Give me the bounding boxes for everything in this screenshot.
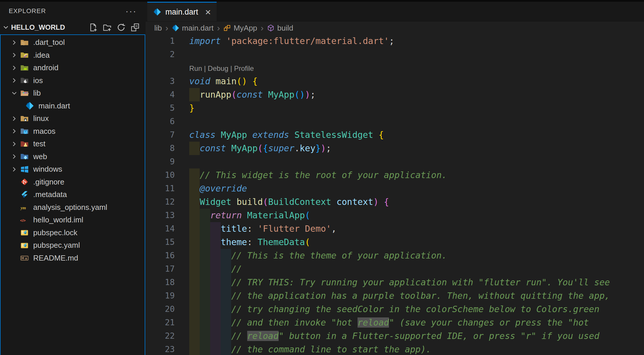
- tree-item-linux[interactable]: linux: [1, 112, 145, 125]
- code-line-8: 8const MyApp({super.key});: [146, 142, 644, 155]
- gutter-gap: [175, 142, 189, 155]
- tab-main-dart[interactable]: main.dart ×: [147, 2, 217, 21]
- indent-guide: [210, 236, 221, 249]
- line-content[interactable]: Run | Debug | Profile: [189, 61, 254, 75]
- tree-item-.dart_tool[interactable]: .dart_tool: [1, 36, 145, 49]
- indent-guide: [210, 316, 221, 329]
- project-section-header[interactable]: HELLO_WORLD: [0, 20, 146, 34]
- line-content[interactable]: // the command line to start the app).: [189, 343, 431, 355]
- chevron-spacer: [9, 202, 19, 212]
- code-editor[interactable]: 1import 'package:flutter/material.dart';…: [146, 34, 644, 355]
- tree-item-lib[interactable]: lib: [1, 87, 145, 100]
- line-content[interactable]: // and then invoke "hot reload" (save yo…: [189, 316, 589, 329]
- tree-item-android[interactable]: android: [1, 61, 145, 74]
- line-content[interactable]: runApp(const MyApp());: [189, 88, 315, 101]
- line-content[interactable]: // try changing the seedColor in the col…: [189, 303, 599, 316]
- line-content[interactable]: // the application has a purple toolbar.…: [189, 289, 610, 303]
- tree-item-label: linux: [33, 114, 49, 123]
- chevron-right-icon[interactable]: [9, 114, 19, 124]
- gutter-gap: [175, 61, 189, 75]
- token: [231, 197, 236, 207]
- tree-item-.idea[interactable]: .idea: [1, 49, 145, 62]
- dart-file-icon: [153, 8, 161, 16]
- chevron-right-icon[interactable]: [9, 139, 19, 149]
- tab-label: main.dart: [165, 8, 198, 17]
- indent-guide: [210, 303, 221, 316]
- tree-item-web[interactable]: web: [1, 150, 145, 163]
- tree-item-.gitignore[interactable]: .gitignore: [1, 176, 145, 189]
- collapse-all-icon[interactable]: [130, 23, 140, 32]
- chevron-right-icon[interactable]: [9, 50, 19, 60]
- gutter-gap: [175, 249, 189, 262]
- line-content[interactable]: // This is the theme of your application…: [189, 249, 447, 262]
- line-content[interactable]: @override: [189, 182, 247, 195]
- line-content[interactable]: // This widget is the root of your appli…: [189, 168, 447, 182]
- folder-test-icon: [19, 139, 30, 149]
- token: [331, 197, 337, 207]
- line-content[interactable]: title: 'Flutter Demo',: [189, 222, 337, 236]
- tree-item-main.dart[interactable]: main.dart: [1, 100, 145, 113]
- chevron-right-icon[interactable]: [9, 152, 19, 161]
- code-line-11: 11@override: [146, 182, 644, 195]
- refresh-icon[interactable]: [116, 23, 126, 32]
- token: MyApp: [231, 143, 257, 153]
- chevron-right-icon[interactable]: [9, 75, 19, 85]
- code-line-1: 1import 'package:flutter/material.dart';: [146, 34, 644, 48]
- line-number: 14: [146, 222, 175, 236]
- line-content[interactable]: //: [189, 262, 242, 276]
- tree-item-pubspec.lock[interactable]: pubspec.lock: [1, 226, 145, 239]
- gutter-gap: [175, 209, 189, 222]
- tree-item-label: web: [33, 152, 47, 161]
- token: (: [231, 89, 236, 100]
- gutter-gap: [175, 75, 189, 88]
- indent-guide: [189, 249, 200, 262]
- tree-item-macos[interactable]: macos: [1, 125, 145, 138]
- line-content[interactable]: return MaterialApp(: [189, 209, 310, 222]
- codelens-text[interactable]: Run | Debug | Profile: [189, 64, 254, 72]
- breadcrumb-myapp[interactable]: MyApp: [223, 24, 257, 33]
- chevron-right-icon[interactable]: [9, 126, 19, 136]
- token: 'package:flutter/material.dart': [226, 36, 389, 46]
- line-content[interactable]: theme: ThemeData(: [189, 236, 310, 249]
- tree-item-pubspec.yaml[interactable]: pubspec.yaml: [1, 239, 145, 252]
- breadcrumb-build[interactable]: build: [267, 24, 293, 33]
- line-number: 1: [146, 34, 175, 48]
- new-folder-icon[interactable]: [102, 23, 112, 32]
- close-icon[interactable]: ×: [205, 8, 211, 16]
- chevron-right-icon[interactable]: [9, 164, 19, 174]
- chevron-right-icon[interactable]: [9, 63, 19, 73]
- tree-item-windows[interactable]: windows: [1, 163, 145, 176]
- token: key: [300, 143, 315, 153]
- line-content[interactable]: }: [189, 101, 194, 115]
- token: [289, 130, 294, 140]
- tree-item-label: pubspec.lock: [33, 228, 77, 237]
- line-content[interactable]: Widget build(BuildContext context) {: [189, 195, 389, 209]
- tree-item-label: pubspec.yaml: [33, 241, 80, 250]
- line-content[interactable]: // TRY THIS: Try running your applicatio…: [189, 276, 610, 289]
- indent-guide: [210, 222, 221, 236]
- new-file-icon[interactable]: [89, 23, 98, 32]
- indent-guide: [200, 262, 210, 276]
- line-content[interactable]: void main() {: [189, 75, 258, 88]
- breadcrumb-main-dart[interactable]: main.dart: [172, 24, 213, 33]
- line-content[interactable]: class MyApp extends StatelessWidget {: [189, 128, 384, 142]
- chevron-right-icon[interactable]: [9, 38, 19, 48]
- token: reload: [358, 317, 389, 328]
- token: {: [263, 143, 268, 153]
- code-line-23: 23// the command line to start the app).: [146, 343, 644, 355]
- tree-item-README.md[interactable]: README.md: [1, 252, 145, 265]
- line-content[interactable]: const MyApp({super.key});: [189, 142, 331, 155]
- line-content[interactable]: import 'package:flutter/material.dart';: [189, 34, 394, 48]
- tree-item-test[interactable]: test: [1, 138, 145, 150]
- gutter-gap: [175, 155, 189, 168]
- tree-item-ios[interactable]: ios: [1, 74, 145, 87]
- tree-item-analysis_options.yaml[interactable]: ymanalysis_options.yaml: [1, 201, 145, 214]
- chevron-down-icon[interactable]: [9, 88, 19, 98]
- breadcrumb-lib[interactable]: lib: [154, 24, 162, 33]
- line-content[interactable]: // reload" button in a Flutter-supported…: [189, 329, 599, 343]
- more-actions-icon[interactable]: ···: [125, 8, 137, 14]
- tree-item-.metadata[interactable]: .metadata: [1, 188, 145, 201]
- indent-guide: [200, 222, 210, 236]
- token: [242, 210, 247, 220]
- tree-item-hello_world.iml[interactable]: </>hello_world.iml: [1, 214, 145, 226]
